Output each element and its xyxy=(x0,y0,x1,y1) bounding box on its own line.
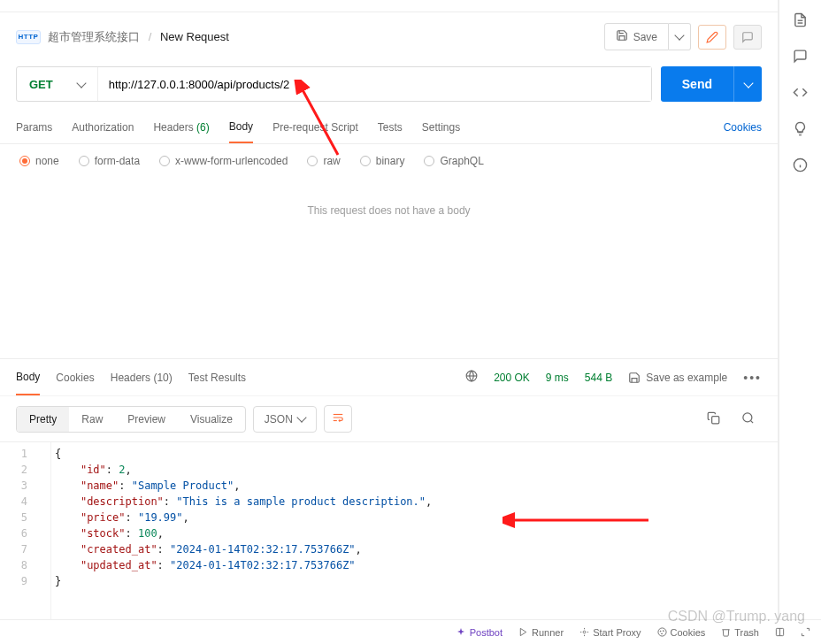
tab-prerequest[interactable]: Pre-request Script xyxy=(272,112,358,142)
radio-none[interactable]: none xyxy=(19,155,59,167)
breadcrumb-collection[interactable]: 超市管理系统接口 xyxy=(48,30,140,43)
cookies-link[interactable]: Cookies xyxy=(724,121,762,134)
footer-expand[interactable] xyxy=(801,627,810,637)
save-icon xyxy=(628,372,641,384)
right-sidebar xyxy=(779,0,821,644)
footer-runner[interactable]: Runner xyxy=(518,627,564,638)
svg-marker-7 xyxy=(520,628,526,635)
radio-raw[interactable]: raw xyxy=(307,155,340,167)
proxy-icon xyxy=(579,627,589,637)
trash-icon xyxy=(721,627,731,637)
layout-icon xyxy=(775,627,785,637)
svg-line-6 xyxy=(750,420,753,423)
more-actions[interactable]: ••• xyxy=(743,371,762,385)
pencil-icon xyxy=(706,31,718,43)
request-header: HTTP 超市管理系统接口 / New Request Save xyxy=(0,12,778,61)
view-raw[interactable]: Raw xyxy=(69,407,115,432)
line-gutter: 123456789 xyxy=(0,442,51,644)
tab-headers[interactable]: Headers (6) xyxy=(153,112,209,142)
footer-start-proxy[interactable]: Start Proxy xyxy=(579,627,641,638)
lightbulb-icon[interactable] xyxy=(793,121,808,136)
comment-button[interactable] xyxy=(733,25,762,50)
save-button[interactable]: Save xyxy=(604,23,669,50)
http-badge: HTTP xyxy=(16,30,41,44)
footer-bar: Postbot Runner Start Proxy Cookies Trash xyxy=(0,619,821,644)
share-button[interactable] xyxy=(698,25,726,50)
wrap-text-button[interactable] xyxy=(324,405,352,433)
svg-rect-4 xyxy=(712,416,719,423)
view-preview[interactable]: Preview xyxy=(115,407,178,432)
copy-icon xyxy=(707,411,720,425)
radio-x-www[interactable]: x-www-form-urlencoded xyxy=(159,155,288,167)
resp-tab-headers[interactable]: Headers (10) xyxy=(111,361,173,395)
save-label: Save xyxy=(633,31,657,43)
method-label: GET xyxy=(29,78,53,91)
tab-tests[interactable]: Tests xyxy=(378,112,403,142)
send-dropdown[interactable] xyxy=(733,66,762,102)
response-body[interactable]: 123456789 { "id": 2, "name": "Sample Pro… xyxy=(0,441,778,644)
save-icon xyxy=(616,29,628,44)
tab-params[interactable]: Params xyxy=(16,112,52,142)
sparkle-icon xyxy=(456,627,466,638)
breadcrumb[interactable]: 超市管理系统接口 / New Request xyxy=(48,29,229,45)
save-as-example[interactable]: Save as example xyxy=(628,372,727,384)
breadcrumb-sep: / xyxy=(149,30,152,43)
view-visualize[interactable]: Visualize xyxy=(178,407,245,432)
body-type-radios: none form-data x-www-form-urlencoded raw… xyxy=(0,144,778,178)
chevron-down-icon xyxy=(296,412,306,422)
svg-point-5 xyxy=(743,412,752,421)
tabs-strip xyxy=(0,0,778,12)
breadcrumb-request[interactable]: New Request xyxy=(160,30,229,43)
method-selector[interactable]: GET xyxy=(17,67,98,101)
comment-icon xyxy=(741,31,754,43)
svg-point-11 xyxy=(663,631,664,632)
url-input[interactable] xyxy=(98,67,651,101)
response-time: 9 ms xyxy=(546,372,569,384)
svg-point-8 xyxy=(583,631,586,633)
tab-authorization[interactable]: Authorization xyxy=(72,112,134,142)
cookie-icon xyxy=(657,627,667,637)
view-mode-row: Pretty Raw Preview Visualize JSON xyxy=(0,395,778,441)
tab-settings[interactable]: Settings xyxy=(422,112,460,142)
radio-graphql[interactable]: GraphQL xyxy=(424,155,483,167)
wrap-icon xyxy=(332,411,344,424)
search-icon xyxy=(741,411,755,425)
footer-layout[interactable] xyxy=(775,627,785,637)
request-row: GET Send xyxy=(0,61,778,111)
tab-body[interactable]: Body xyxy=(229,111,253,143)
method-url-group: GET xyxy=(16,66,652,102)
footer-cookies[interactable]: Cookies xyxy=(657,627,706,638)
code-pane-icon[interactable] xyxy=(793,85,808,100)
copy-button[interactable] xyxy=(700,408,727,431)
doc-icon[interactable] xyxy=(793,12,808,27)
view-mode-segmented: Pretty Raw Preview Visualize xyxy=(16,406,246,433)
comment-pane-icon[interactable] xyxy=(793,49,808,64)
play-icon xyxy=(518,627,528,637)
footer-trash[interactable]: Trash xyxy=(721,627,759,638)
code-source[interactable]: { "id": 2, "name": "Sample Product", "de… xyxy=(51,442,435,644)
radio-binary[interactable]: binary xyxy=(360,155,405,167)
svg-point-9 xyxy=(657,628,665,636)
search-button[interactable] xyxy=(734,408,762,431)
format-dropdown[interactable]: JSON xyxy=(253,406,317,433)
request-tabs: Params Authorization Headers (6) Body Pr… xyxy=(0,111,778,144)
send-button[interactable]: Send xyxy=(661,66,733,102)
globe-icon[interactable] xyxy=(465,370,478,385)
radio-form-data[interactable]: form-data xyxy=(79,155,140,167)
chevron-down-icon xyxy=(76,78,86,88)
resp-tab-test-results[interactable]: Test Results xyxy=(188,361,246,395)
svg-point-10 xyxy=(660,631,661,632)
resp-tab-body[interactable]: Body xyxy=(16,360,40,395)
send-group: Send xyxy=(661,66,762,102)
info-icon[interactable] xyxy=(793,157,808,172)
footer-postbot[interactable]: Postbot xyxy=(456,627,503,638)
resp-tab-cookies[interactable]: Cookies xyxy=(56,361,94,395)
no-body-message: This request does not have a body xyxy=(0,178,778,358)
response-tabs: Body Cookies Headers (10) Test Results 2… xyxy=(0,358,778,395)
view-pretty[interactable]: Pretty xyxy=(17,407,69,432)
expand-icon xyxy=(801,627,810,637)
chevron-down-icon xyxy=(743,78,753,88)
svg-point-12 xyxy=(661,633,662,634)
chevron-down-icon xyxy=(674,30,684,40)
save-dropdown[interactable] xyxy=(669,23,691,50)
